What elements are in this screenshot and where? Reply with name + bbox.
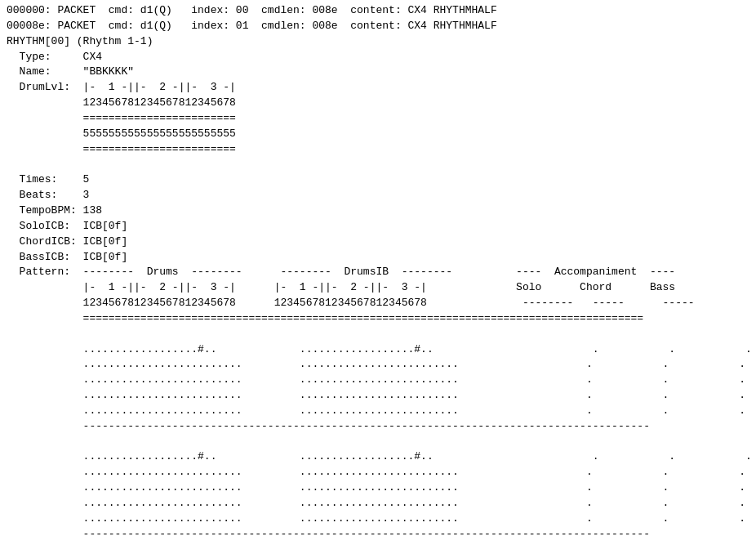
terminal-text: 000000: PACKET cmd: d1(Q) index: 00 cmdl… (7, 3, 749, 545)
terminal-output: 000000: PACKET cmd: d1(Q) index: 00 cmdl… (7, 3, 749, 545)
